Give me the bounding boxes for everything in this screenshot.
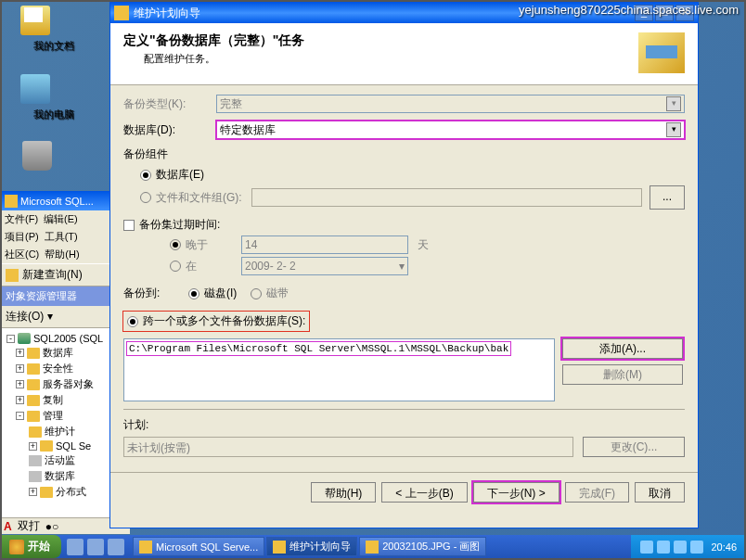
backup-files-list[interactable]: C:\Program Files\Microsoft SQL Server\MS… — [123, 338, 555, 401]
expire-date-input: 2009- 2- 2▾ — [241, 257, 408, 275]
expire-on-radio: 在 2009- 2- 2▾ — [170, 257, 685, 275]
documents-icon — [20, 6, 50, 35]
cancel-button[interactable]: 取消 — [635, 482, 685, 503]
taskbar: 开始 Microsoft SQL Serve... 维护计划向导 2003210… — [2, 535, 744, 558]
watermark-text: yejunsheng870225china.spaces.live.com — [519, 3, 739, 17]
plan-label: 计划: — [123, 417, 685, 433]
remove-button: 删除(M) — [562, 364, 683, 385]
wizard-header: 定义"备份数据库（完整）"任务 配置维护任务。 — [110, 23, 698, 85]
wizard-icon — [114, 6, 129, 20]
taskbar-item-paint[interactable]: 20032105.JPG - 画图 — [359, 537, 486, 556]
backup-to-tape-radio: 磁带 — [251, 286, 289, 301]
desktop-icon-computer[interactable]: 我的电脑 — [7, 74, 63, 121]
quick-launch[interactable] — [61, 539, 130, 555]
wizard-dialog: 维护计划向导 _ □ ✕ 定义"备份数据库（完整）"任务 配置维护任务。 备份类… — [109, 2, 699, 528]
component-files-radio: 文件和文件组(G): ... — [140, 185, 685, 210]
expire-checkbox[interactable]: 备份集过期时间: — [123, 217, 685, 233]
backup-type-label: 备份类型(K): — [123, 96, 216, 112]
start-button[interactable]: 开始 — [2, 535, 61, 558]
desktop-icon-documents[interactable]: 我的文档 — [7, 6, 63, 53]
back-button[interactable]: < 上一步(B) — [381, 482, 467, 503]
finish-button: 完成(F) — [565, 482, 629, 503]
system-tray[interactable]: 20:46 — [631, 535, 744, 558]
component-database-radio[interactable]: 数据库(E) — [140, 167, 685, 183]
new-query-button[interactable]: 新建查询(N) — [6, 267, 124, 283]
expire-days-input: 14 — [241, 235, 408, 254]
desktop-icon-recycle[interactable] — [9, 141, 65, 174]
backup-component-label: 备份组件 — [123, 146, 685, 162]
taskbar-item-wizard[interactable]: 维护计划向导 — [266, 537, 357, 556]
add-button[interactable]: 添加(A)... — [562, 338, 683, 359]
backup-to-disk-radio[interactable]: 磁盘(I) — [188, 286, 237, 301]
next-button[interactable]: 下一步(N) > — [473, 482, 560, 503]
change-plan-button: 更改(C)... — [583, 437, 685, 457]
taskbar-item-ssms[interactable]: Microsoft SQL Serve... — [133, 537, 264, 556]
page-title: 定义"备份数据库（完整）"任务 — [123, 32, 304, 49]
backup-type-select: 完整▾ — [216, 95, 685, 113]
database-select[interactable]: 特定数据库▾ — [216, 121, 685, 139]
database-label: 数据库(D): — [123, 122, 216, 138]
computer-icon — [20, 74, 50, 104]
across-files-radio[interactable]: 跨一个或多个文件备份数据库(S): — [123, 312, 685, 331]
files-browse-button: ... — [650, 185, 685, 210]
backup-to-label: 备份到: — [123, 286, 188, 301]
expire-after-radio: 晚于 14 天 — [170, 235, 685, 254]
recycle-icon — [22, 141, 52, 171]
plan-input: 未计划(按需) — [123, 437, 573, 457]
wizard-header-image — [638, 32, 685, 73]
clock: 20:46 — [711, 541, 737, 553]
help-button[interactable]: 帮助(H) — [311, 482, 377, 503]
